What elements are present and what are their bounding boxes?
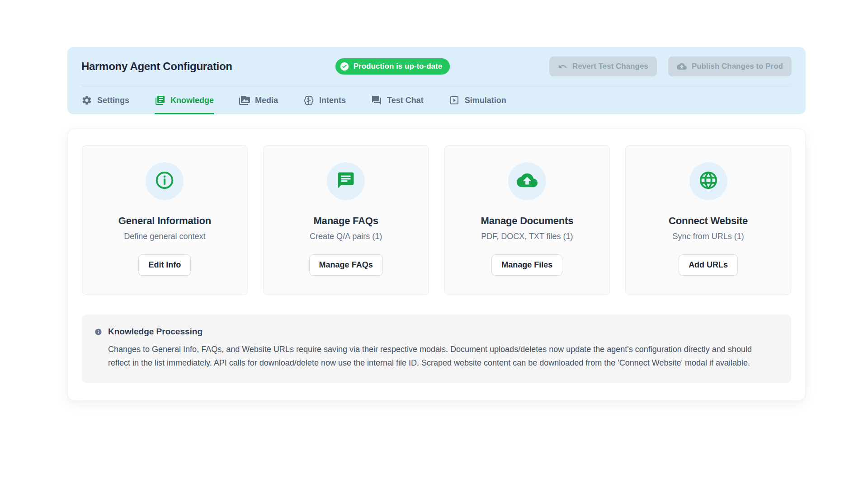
cloud-upload-icon xyxy=(517,170,538,192)
icon-circle xyxy=(508,162,546,200)
card-subtitle: Create Q/A pairs (1) xyxy=(310,232,382,241)
chat-bubble-icon xyxy=(336,171,355,192)
manage-files-button[interactable]: Manage Files xyxy=(491,254,562,276)
tab-knowledge[interactable]: Knowledge xyxy=(155,86,214,114)
connect-website-card: Connect Website Sync from URLs (1) Add U… xyxy=(625,145,791,295)
card-subtitle: Sync from URLs (1) xyxy=(673,232,744,241)
media-icon xyxy=(239,95,250,106)
card-title: General Information xyxy=(118,215,211,227)
knowledge-cards: General Information Define general conte… xyxy=(82,145,791,295)
general-information-card: General Information Define general conte… xyxy=(82,145,248,295)
card-subtitle: Define general context xyxy=(124,232,205,241)
icon-circle xyxy=(689,162,727,200)
manage-faqs-card: Manage FAQs Create Q/A pairs (1) Manage … xyxy=(263,145,429,295)
info-heading: Knowledge Processing xyxy=(108,327,773,337)
chat-icon xyxy=(371,95,382,106)
manage-documents-card: Manage Documents PDF, DOCX, TXT files (1… xyxy=(444,145,610,295)
gear-icon xyxy=(81,95,92,106)
tab-media[interactable]: Media xyxy=(239,86,278,114)
header-actions: Revert Test Changes Publish Changes to P… xyxy=(549,56,792,76)
status-badge-label: Production is up-to-date xyxy=(354,62,442,71)
globe-icon xyxy=(698,170,719,192)
card-title: Manage FAQs xyxy=(313,215,378,227)
revert-button-label: Revert Test Changes xyxy=(572,62,648,71)
agent-config-header: Harmony Agent Configuration Production i… xyxy=(67,47,806,114)
undo-icon xyxy=(558,62,567,71)
cloud-upload-icon xyxy=(677,61,687,71)
tab-label: Simulation xyxy=(465,96,506,105)
slideshow-icon xyxy=(449,95,460,106)
tab-label: Intents xyxy=(319,96,346,105)
card-title: Connect Website xyxy=(669,215,748,227)
info-content: Knowledge Processing Changes to General … xyxy=(108,327,773,370)
page-title: Harmony Agent Configuration xyxy=(81,60,232,73)
icon-circle xyxy=(146,162,184,200)
tab-label: Test Chat xyxy=(387,96,424,105)
tab-simulation[interactable]: Simulation xyxy=(449,86,506,114)
tab-label: Settings xyxy=(97,96,129,105)
card-title: Manage Documents xyxy=(481,215,574,227)
tab-label: Media xyxy=(255,96,278,105)
tab-intents[interactable]: Intents xyxy=(303,86,346,114)
manage-faqs-button[interactable]: Manage FAQs xyxy=(309,254,383,276)
publish-changes-button[interactable]: Publish Changes to Prod xyxy=(668,56,792,76)
info-icon xyxy=(94,327,102,370)
icon-circle xyxy=(327,162,365,200)
book-icon xyxy=(155,95,165,106)
tab-test-chat[interactable]: Test Chat xyxy=(371,86,424,114)
knowledge-processing-note: Knowledge Processing Changes to General … xyxy=(82,314,791,383)
header-top-row: Harmony Agent Configuration Production i… xyxy=(67,47,806,86)
config-tabs: Settings Knowledge Media xyxy=(67,86,806,114)
knowledge-tab-content: General Information Define general conte… xyxy=(67,128,806,401)
info-body: Changes to General Info, FAQs, and Websi… xyxy=(108,343,773,370)
tab-label: Knowledge xyxy=(170,96,214,105)
card-subtitle: PDF, DOCX, TXT files (1) xyxy=(481,232,573,241)
tab-settings[interactable]: Settings xyxy=(81,86,129,114)
brain-icon xyxy=(303,95,314,106)
check-circle-icon xyxy=(340,61,349,71)
revert-test-changes-button[interactable]: Revert Test Changes xyxy=(549,56,657,76)
status-badge: Production is up-to-date xyxy=(335,58,450,75)
publish-button-label: Publish Changes to Prod xyxy=(692,62,783,71)
edit-info-button[interactable]: Edit Info xyxy=(138,254,191,276)
info-circle-icon xyxy=(154,170,175,192)
add-urls-button[interactable]: Add URLs xyxy=(679,254,738,276)
